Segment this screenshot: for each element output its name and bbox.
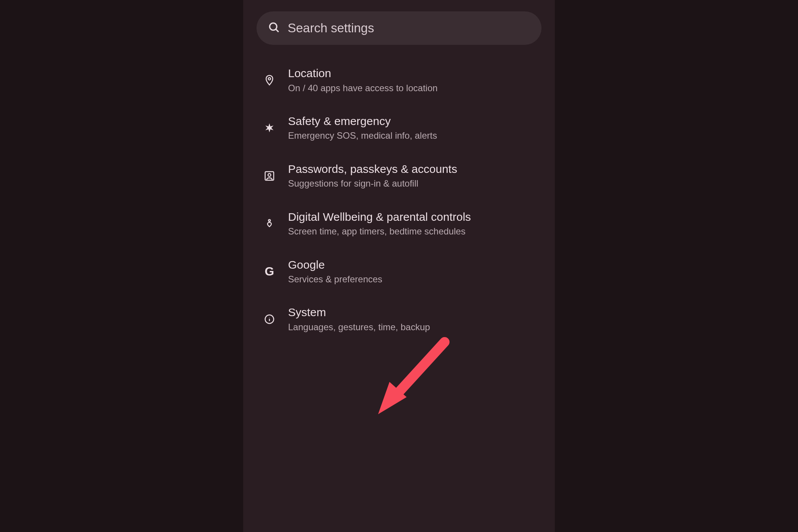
settings-item-safety[interactable]: Safety & emergency Emergency SOS, medica… (256, 104, 542, 152)
svg-point-2 (268, 78, 271, 80)
settings-list: Location On / 40 apps have access to loc… (243, 56, 555, 343)
svg-point-5 (269, 219, 271, 221)
settings-item-title: Location (288, 66, 536, 81)
settings-item-text: System Languages, gestures, time, backup (288, 305, 536, 333)
search-bar[interactable]: Search settings (256, 11, 542, 45)
settings-item-subtitle: Suggestions for sign-in & autofill (288, 177, 536, 190)
settings-item-google[interactable]: G Google Services & preferences (256, 248, 542, 296)
settings-item-subtitle: Screen time, app timers, bedtime schedul… (288, 225, 536, 238)
svg-marker-11 (378, 382, 407, 414)
settings-item-text: Digital Wellbeing & parental controls Sc… (288, 210, 536, 238)
search-placeholder: Search settings (288, 21, 374, 35)
settings-item-system[interactable]: System Languages, gestures, time, backup (256, 295, 542, 343)
settings-item-subtitle: Services & preferences (288, 273, 536, 285)
wellbeing-icon (262, 217, 277, 231)
settings-item-text: Google Services & preferences (288, 258, 536, 286)
settings-item-location[interactable]: Location On / 40 apps have access to loc… (256, 56, 542, 104)
google-icon: G (262, 264, 277, 279)
settings-item-title: System (288, 305, 536, 320)
account-icon (262, 169, 277, 183)
location-icon (262, 73, 277, 87)
settings-item-wellbeing[interactable]: Digital Wellbeing & parental controls Sc… (256, 200, 542, 248)
annotation-arrow (363, 331, 462, 431)
settings-item-text: Safety & emergency Emergency SOS, medica… (288, 114, 536, 142)
settings-item-title: Digital Wellbeing & parental controls (288, 210, 536, 224)
svg-point-0 (270, 23, 277, 30)
settings-item-subtitle: On / 40 apps have access to location (288, 82, 536, 94)
search-icon (268, 21, 280, 35)
settings-item-title: Safety & emergency (288, 114, 536, 128)
svg-line-1 (276, 29, 279, 32)
asterisk-icon (262, 121, 277, 135)
settings-item-text: Passwords, passkeys & accounts Suggestio… (288, 162, 536, 190)
svg-point-4 (268, 173, 271, 176)
settings-item-passwords[interactable]: Passwords, passkeys & accounts Suggestio… (256, 152, 542, 200)
settings-screen: Search settings Location On / 40 apps ha… (243, 0, 555, 532)
info-icon (262, 312, 277, 326)
settings-item-subtitle: Languages, gestures, time, backup (288, 321, 536, 333)
settings-item-text: Location On / 40 apps have access to loc… (288, 66, 536, 94)
svg-line-10 (393, 342, 445, 399)
settings-item-subtitle: Emergency SOS, medical info, alerts (288, 130, 536, 142)
settings-item-title: Passwords, passkeys & accounts (288, 162, 536, 176)
settings-item-title: Google (288, 258, 536, 272)
